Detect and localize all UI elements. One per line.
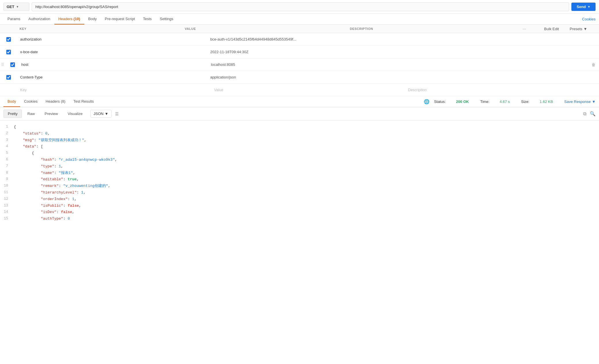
line-content: "isDev": false,: [14, 209, 599, 215]
method-chevron-icon: ▼: [16, 5, 19, 8]
tab-cookies-response[interactable]: Cookies: [20, 96, 42, 107]
time-value: 4.67 s: [500, 99, 510, 104]
top-bar: GET ▼ Send ▼: [0, 0, 599, 14]
row2-description: [397, 50, 587, 54]
tab-authorization[interactable]: Authorization: [24, 14, 54, 24]
search-button[interactable]: 🔍: [590, 111, 596, 116]
table-row: Content-Type application/json: [0, 71, 599, 84]
row3-description: [398, 62, 587, 67]
row3-checkbox[interactable]: [10, 62, 15, 67]
line-number: 14: [0, 209, 14, 215]
row1-checkbox-cell: [0, 37, 17, 42]
size-value: 1.62 KB: [540, 99, 553, 104]
json-line: 4 "data": [: [0, 143, 599, 150]
table-row: ⠿ host localhost:8085 🗑: [0, 58, 599, 71]
row3-actions: 🗑: [587, 61, 599, 68]
row2-checkbox[interactable]: [6, 50, 11, 54]
row1-checkbox[interactable]: [6, 37, 11, 42]
bulk-edit-button[interactable]: Bulk Edit: [536, 27, 567, 31]
line-content: "status": 0,: [14, 131, 599, 137]
json-line: 15 "authType": 0: [0, 216, 599, 222]
tab-settings[interactable]: Settings: [156, 14, 177, 24]
save-response-button[interactable]: Save Response ▼: [564, 99, 596, 104]
tab-prerequest[interactable]: Pre-request Script: [101, 14, 139, 24]
presets-label: Presets: [570, 27, 582, 31]
json-line: 10 "remark": "v_zhouwenting创建的",: [0, 183, 599, 189]
request-tab-nav: Params Authorization Headers (10) Body P…: [0, 14, 599, 25]
table-row: x-bce-date 2022-11-18T09:44:30Z: [0, 46, 599, 58]
more-options-icon[interactable]: ···: [513, 26, 536, 31]
copy-button[interactable]: ⧉: [583, 111, 586, 116]
line-number: 6: [0, 157, 14, 162]
presets-button[interactable]: Presets ▼: [567, 27, 599, 31]
line-number: 3: [0, 137, 14, 143]
url-input[interactable]: [32, 2, 569, 11]
row3-delete-button[interactable]: 🗑: [590, 61, 597, 68]
line-number: 13: [0, 203, 14, 208]
response-status-bar: 🌐 Status: 200 OK Time: 4.67 s Size: 1.62…: [424, 99, 596, 104]
send-label: Send: [577, 5, 586, 9]
cookies-link[interactable]: Cookies: [582, 17, 596, 21]
row2-checkbox-cell: [0, 50, 17, 54]
line-number: 7: [0, 164, 14, 169]
format-pretty[interactable]: Pretty: [3, 110, 22, 118]
line-number: 4: [0, 144, 14, 149]
row4-value: application/json: [207, 73, 398, 82]
json-line: 5 {: [0, 150, 599, 157]
json-format-label: JSON: [94, 112, 104, 116]
json-format-select[interactable]: JSON ▼: [90, 110, 112, 118]
line-content: "authType": 0: [14, 216, 599, 222]
line-content: "editable": true,: [14, 177, 599, 183]
empty-key[interactable]: Key: [17, 85, 211, 94]
save-response-label: Save Response: [564, 99, 591, 104]
tab-headers-label: Headers: [58, 17, 73, 21]
tab-params[interactable]: Params: [3, 14, 24, 24]
method-select[interactable]: GET ▼: [3, 3, 29, 11]
tab-tests[interactable]: Tests: [139, 14, 156, 24]
line-number: 8: [0, 170, 14, 176]
line-content: "remark": "v_zhouwenting创建的",: [14, 183, 599, 189]
row3-checkbox-cell: [7, 62, 18, 67]
json-line: 3 "msg": "获取空间报表列表成功！",: [0, 137, 599, 144]
save-response-chevron-icon: ▼: [592, 99, 596, 104]
method-label: GET: [7, 5, 14, 9]
json-line: 14 "isDev": false,: [0, 209, 599, 216]
send-button[interactable]: Send ▼: [571, 3, 596, 11]
tab-body[interactable]: Body: [84, 14, 101, 24]
line-content: "hierarchyLevel": 1,: [14, 190, 599, 196]
json-line: 11 "hierarchyLevel": 1,: [0, 189, 599, 196]
json-line: 6 "hash": "r_ada15-an4qnwcp-wko9k3",: [0, 157, 599, 163]
tab-test-results[interactable]: Test Results: [69, 96, 98, 107]
globe-icon: 🌐: [424, 99, 430, 104]
row2-key: x-bce-date: [17, 47, 207, 56]
table-header-row: KEY VALUE DESCRIPTION ··· Bulk Edit Pres…: [0, 25, 599, 33]
status-label: Status:: [434, 99, 446, 104]
response-tab-nav: Body Cookies Headers (8) Test Results 🌐 …: [0, 96, 599, 107]
drag-handle-icon[interactable]: ⠿: [0, 62, 7, 67]
row4-checkbox[interactable]: [6, 75, 11, 80]
json-line: 1{: [0, 124, 599, 131]
filter-icon[interactable]: ☰: [115, 112, 119, 116]
json-line: 7 "type": 1,: [0, 163, 599, 170]
line-number: 9: [0, 177, 14, 182]
empty-description[interactable]: Description: [405, 85, 599, 94]
json-line: 12 "orderIndex": 1,: [0, 196, 599, 203]
tab-headers[interactable]: Headers (10): [54, 14, 84, 24]
empty-row: Key Value Description: [0, 84, 599, 96]
format-visualize[interactable]: Visualize: [63, 110, 87, 118]
tab-headers-response[interactable]: Headers (8): [42, 96, 70, 107]
tab-body-response[interactable]: Body: [3, 96, 20, 107]
format-raw[interactable]: Raw: [23, 110, 39, 118]
row4-key: Content-Type: [17, 73, 207, 82]
row4-description: [397, 75, 587, 80]
line-content: {: [14, 124, 599, 130]
row1-value: bce-auth-v1/143d5c2145f64d44948d845d5535…: [207, 35, 398, 44]
json-line: 8 "name": "报表1",: [0, 170, 599, 177]
line-number: 10: [0, 183, 14, 189]
line-number: 1: [0, 124, 14, 130]
table-row: authorization bce-auth-v1/143d5c2145f64d…: [0, 33, 599, 46]
format-preview[interactable]: Preview: [40, 110, 62, 118]
empty-value[interactable]: Value: [211, 85, 405, 94]
line-content: {: [14, 150, 599, 156]
line-content: "hash": "r_ada15-an4qnwcp-wko9k3",: [14, 157, 599, 163]
